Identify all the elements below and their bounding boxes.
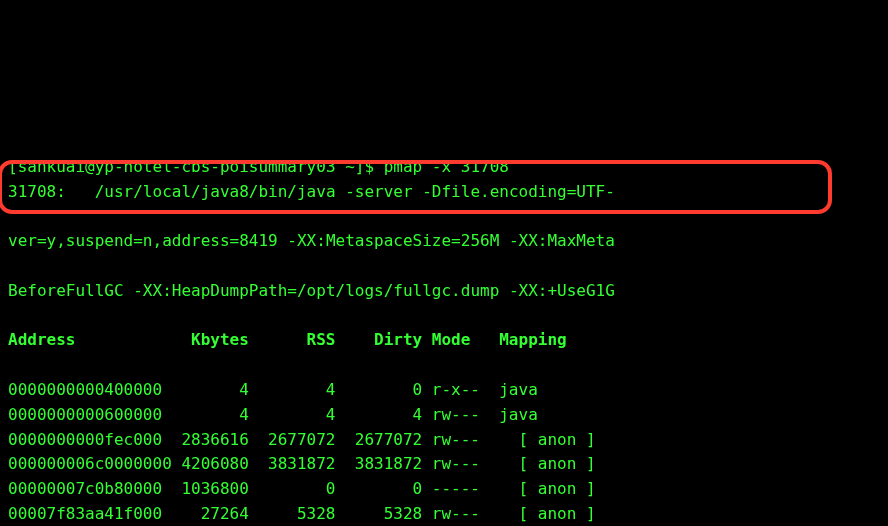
cell-mode: r-x-- [432,378,490,403]
cell-mapping: java [499,378,538,403]
cell-dirty: 4 [345,403,422,428]
memory-map-rows: 0000000000400000440r-x--java000000000060… [8,378,880,526]
memory-map-row: 0000000000fec000283661626770722677072rw-… [8,428,880,453]
cell-dirty: 0 [345,477,422,502]
column-headers: AddressKbytesRSSDirtyModeMapping [8,328,880,353]
cell-kbytes: 4 [172,378,249,403]
process-info-line-3: BeforeFullGC -XX:HeapDumpPath=/opt/logs/… [8,279,880,304]
cell-mapping: [ anon ] [499,502,595,526]
cell-dirty: 0 [345,378,422,403]
cell-dirty: 2677072 [345,428,422,453]
memory-map-row: 000000006c0000000420608038318723831872rw… [8,452,880,477]
header-address: Address [8,328,162,353]
cell-address: 0000000000fec000 [8,428,162,453]
cell-rss: 2677072 [258,428,335,453]
cell-dirty: 3831872 [345,452,422,477]
cell-mode: rw--- [432,428,490,453]
cell-mode: ----- [432,477,490,502]
cell-rss: 4 [258,378,335,403]
cell-kbytes: 4 [172,403,249,428]
cell-kbytes: 2836616 [172,428,249,453]
cell-address: 00000007c0b80000 [8,477,162,502]
cell-rss: 5328 [258,502,335,526]
cell-address: 0000000000400000 [8,378,162,403]
process-info-line-2: ver=y,suspend=n,address=8419 -XX:Metaspa… [8,229,880,254]
shell-prompt: [sankuai@yp-hotel-cbs-poisummary03 ~]$ [8,157,374,176]
cell-rss: 3831872 [258,452,335,477]
cell-kbytes: 4206080 [172,452,249,477]
cell-mapping: [ anon ] [499,452,595,477]
cell-mode: rw--- [432,502,490,526]
header-mode: Mode [432,328,490,353]
cell-mapping: [ anon ] [499,477,595,502]
cell-address: 00007f83aa41f000 [8,502,162,526]
cell-kbytes: 1036800 [172,477,249,502]
cell-address: 000000006c0000000 [8,452,162,477]
memory-map-row: 00000007c0b80000103680000----- [ anon ] [8,477,880,502]
cell-mapping: [ anon ] [499,428,595,453]
shell-prompt-line: [sankuai@yp-hotel-cbs-poisummary03 ~]$ p… [8,157,509,176]
header-dirty: Dirty [345,328,422,353]
memory-map-row: 00007f83aa41f0002726453285328rw--- [ ano… [8,502,880,526]
header-rss: RSS [258,328,335,353]
cell-mode: rw--- [432,403,490,428]
cell-mapping: java [499,403,538,428]
cell-rss: 0 [258,477,335,502]
cell-address: 0000000000600000 [8,403,162,428]
header-mapping: Mapping [499,328,566,353]
memory-map-row: 0000000000600000444rw---java [8,403,880,428]
cell-dirty: 5328 [345,502,422,526]
cell-kbytes: 27264 [172,502,249,526]
process-info-line-1: 31708: /usr/local/java8/bin/java -server… [8,180,880,205]
memory-map-row: 0000000000400000440r-x--java [8,378,880,403]
header-kbytes: Kbytes [172,328,249,353]
cell-rss: 4 [258,403,335,428]
cell-mode: rw--- [432,452,490,477]
shell-command[interactable]: pmap -x 31708 [384,157,509,176]
